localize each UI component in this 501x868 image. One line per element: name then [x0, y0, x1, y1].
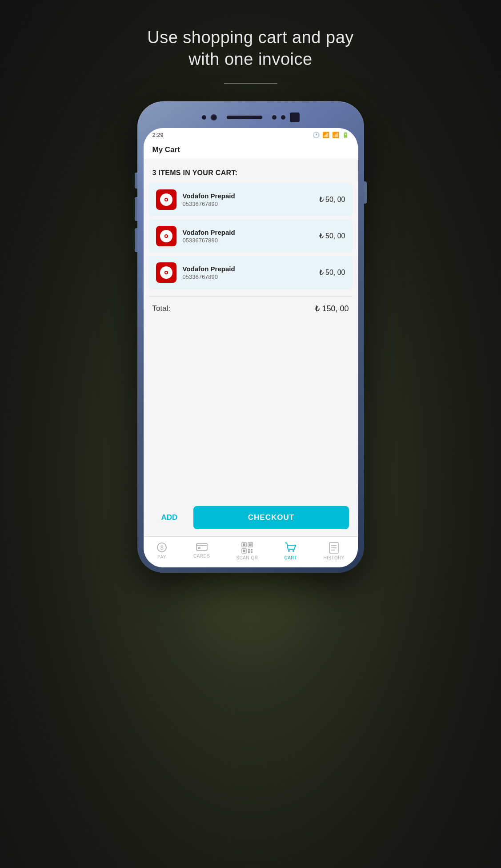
- item-price-1: ₺ 50, 00: [319, 195, 345, 204]
- volume-down-button: [135, 228, 137, 252]
- app-title: My Cart: [152, 145, 180, 154]
- status-icons: 🕐 📶 📶 🔋: [313, 132, 349, 138]
- cart-header: 3 ITEMS IN YOUR CART:: [144, 160, 358, 183]
- vodafone-logo-2: [160, 230, 172, 242]
- history-icon: [329, 542, 339, 554]
- svg-rect-21: [251, 549, 253, 551]
- cart-icon: [285, 542, 297, 554]
- front-camera-area: [202, 113, 300, 122]
- nav-pay[interactable]: $ PAY: [152, 540, 172, 562]
- list-item[interactable]: Vodafon Prepaid 05336767890 ₺ 50, 00: [149, 256, 353, 289]
- vodafone-logo-3: [160, 266, 172, 279]
- svg-rect-19: [243, 550, 245, 552]
- items-list: Vodafon Prepaid 05336767890 ₺ 50, 00: [144, 183, 358, 289]
- svg-rect-15: [243, 543, 245, 546]
- app-title-bar: My Cart: [144, 141, 358, 160]
- bottom-nav: $ PAY CARDS: [144, 536, 358, 567]
- item-phone-3: 05336767890: [183, 273, 313, 280]
- add-button[interactable]: ADD: [152, 507, 187, 528]
- power-button: [364, 181, 367, 204]
- phone-notch: [144, 108, 358, 127]
- nav-history-label: HISTORY: [323, 555, 345, 560]
- nav-pay-label: PAY: [157, 555, 166, 559]
- volume-up-button: [135, 197, 137, 221]
- total-label: Total:: [152, 304, 171, 313]
- nav-history[interactable]: HISTORY: [319, 540, 349, 562]
- vodafone-icon-2: [156, 226, 176, 246]
- nav-cards-label: CARDS: [193, 554, 210, 559]
- volume-mute-button: [135, 173, 137, 189]
- list-item[interactable]: Vodafon Prepaid 05336767890 ₺ 50, 00: [149, 183, 353, 216]
- pay-icon: $: [156, 542, 167, 553]
- cart-divider: [149, 296, 353, 297]
- svg-rect-22: [248, 551, 250, 553]
- sensor-dot-2: [272, 115, 277, 120]
- vodafone-logo-1: [160, 193, 172, 206]
- earpiece-speaker: [227, 116, 262, 119]
- item-name-1: Vodafon Prepaid: [183, 192, 313, 200]
- svg-point-2: [165, 199, 167, 201]
- nav-cart[interactable]: CART: [280, 540, 301, 562]
- item-name-3: Vodafon Prepaid: [183, 265, 313, 273]
- svg-rect-13: [198, 547, 200, 549]
- item-phone-2: 05336767890: [183, 237, 313, 244]
- phone-frame: 2:29 🕐 📶 📶 🔋 My Cart 3 ITEMS IN YOUR CAR…: [137, 101, 364, 573]
- sensor-dot: [202, 115, 206, 120]
- svg-text:$: $: [160, 545, 164, 551]
- sensor-dot-3: [281, 115, 285, 120]
- item-info-1: Vodafon Prepaid 05336767890: [183, 192, 313, 207]
- signal-icon: 📶: [332, 132, 339, 138]
- header-line1: Use shopping cart and pay: [147, 28, 354, 47]
- wifi-icon: 📶: [322, 132, 329, 138]
- cards-icon: [196, 542, 208, 552]
- item-phone-1: 05336767890: [183, 201, 313, 207]
- svg-point-25: [293, 550, 294, 552]
- svg-rect-17: [249, 543, 252, 546]
- header-divider: [224, 83, 277, 84]
- svg-rect-20: [248, 549, 250, 551]
- svg-rect-11: [196, 543, 207, 551]
- battery-icon: 🔋: [342, 132, 349, 138]
- cart-items-label: 3 ITEMS IN YOUR CART:: [152, 169, 238, 177]
- vodafone-icon-3: [156, 262, 176, 283]
- scan-qr-icon: [241, 542, 253, 554]
- nav-cards[interactable]: CARDS: [189, 540, 215, 562]
- item-name-2: Vodafon Prepaid: [183, 229, 313, 236]
- page-header: Use shopping cart and pay with one invoi…: [147, 27, 354, 71]
- svg-rect-23: [251, 551, 253, 553]
- item-price-3: ₺ 50, 00: [319, 268, 345, 277]
- header-line2: with one invoice: [188, 50, 312, 68]
- nav-scan-qr[interactable]: SCAN QR: [232, 540, 262, 562]
- total-amount: ₺ 150, 00: [315, 304, 349, 313]
- svg-point-8: [165, 272, 167, 273]
- front-camera: [211, 114, 217, 121]
- svg-point-24: [288, 550, 290, 552]
- item-info-3: Vodafon Prepaid 05336767890: [183, 265, 313, 280]
- checkout-button[interactable]: CHECKOUT: [193, 506, 349, 529]
- cart-content: 3 ITEMS IN YOUR CART:: [144, 160, 358, 536]
- status-bar: 2:29 🕐 📶 📶 🔋: [144, 128, 358, 141]
- status-time: 2:29: [152, 132, 164, 138]
- item-price-2: ₺ 50, 00: [319, 232, 345, 240]
- list-item[interactable]: Vodafon Prepaid 05336767890 ₺ 50, 00: [149, 220, 353, 253]
- vodafone-icon-1: [156, 189, 176, 210]
- svg-point-5: [165, 235, 167, 237]
- nav-scan-qr-label: SCAN QR: [236, 555, 258, 560]
- nav-cart-label: CART: [284, 555, 297, 560]
- clock-icon: 🕐: [313, 132, 320, 138]
- item-info-2: Vodafon Prepaid 05336767890: [183, 229, 313, 244]
- phone-screen: 2:29 🕐 📶 📶 🔋 My Cart 3 ITEMS IN YOUR CAR…: [144, 128, 358, 567]
- action-buttons: ADD CHECKOUT: [144, 497, 358, 536]
- total-row: Total: ₺ 150, 00: [144, 304, 358, 313]
